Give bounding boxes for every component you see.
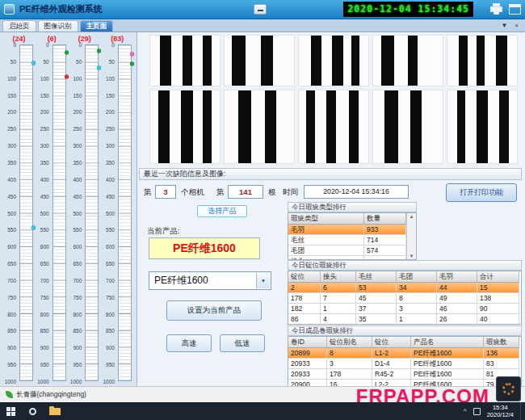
taskbar-clock[interactable]: 15:34 2020/12/4 — [487, 404, 514, 418]
select-product-button[interactable]: 选择产品 — [197, 205, 247, 217]
table-cell: 83 — [484, 359, 519, 369]
minimize-button[interactable] — [254, 4, 267, 15]
column-header: 毛丝 — [356, 271, 397, 283]
table-row[interactable]: 8643512640 — [288, 314, 521, 325]
table-row[interactable]: 2653344415 — [288, 283, 521, 293]
print-button[interactable]: 打开打印功能 — [446, 183, 517, 202]
ruler-scale — [85, 44, 99, 381]
ruler-tick-label: 1000 — [5, 379, 16, 384]
ruler-tick-label: 100 — [40, 75, 49, 81]
table-row[interactable]: 178745849138 — [288, 293, 521, 304]
ruler-tick-label: 500 — [73, 210, 82, 216]
ruler-tick-label: 450 — [106, 193, 115, 199]
column-header: 毛团 — [397, 271, 437, 283]
scroll-up-icon[interactable]: ▲ — [410, 214, 414, 219]
strand-prefix-label: 第 — [216, 187, 225, 198]
ruler-tick-label: 100 — [73, 75, 82, 81]
table-cell: 26 — [437, 314, 477, 325]
table-row[interactable]: 208998L1-2PE纤维1600136 — [288, 348, 521, 359]
time-label: 时间 — [283, 187, 298, 198]
start-button[interactable] — [0, 402, 22, 420]
search-button[interactable] — [22, 402, 44, 420]
strand-no-field[interactable]: 141 — [228, 185, 263, 199]
camera-image — [447, 36, 517, 86]
ruler-tick-label: 50 — [43, 58, 48, 64]
table-cell: 20900 — [288, 380, 327, 386]
camera-image — [299, 90, 368, 163]
camera-no-field[interactable]: 3 — [155, 185, 176, 199]
ruler-4: (83)050100150200250300350400450500550600… — [102, 34, 132, 381]
tab-图像识别[interactable]: 图像识别 — [38, 20, 78, 32]
defect-section-header: 最近一次缺陷信息及图像: — [139, 168, 522, 180]
table-row[interactable]: 20933178R45-2PE纤维160081 — [288, 369, 521, 380]
scrollbar[interactable]: ▲ ▼ — [406, 213, 416, 259]
table-cell: 182 — [288, 304, 321, 314]
ruler-tick-label: 550 — [73, 227, 82, 233]
current-product-value: PE纤维1600 — [149, 237, 260, 259]
tab-主页面[interactable]: 主页面 — [80, 20, 114, 32]
notification-icon[interactable] — [473, 408, 481, 415]
table-row[interactable]: 毛团574 — [288, 246, 416, 256]
ruler-tick-label: 1000 — [103, 379, 114, 384]
ruler-tick-label: 950 — [106, 362, 115, 368]
table-cell: 136 — [484, 348, 519, 359]
tab-启始页[interactable]: 启始页 — [2, 20, 36, 32]
ruler-tick-label: 200 — [7, 109, 16, 115]
ruler-tick-label: 750 — [106, 294, 115, 300]
ruler-tick-label: 400 — [73, 176, 82, 182]
set-current-product-button[interactable]: 设置为当前产品 — [166, 300, 262, 321]
table-cell: 20899 — [288, 348, 327, 359]
tabs: 启始页图像识别主页面 — [0, 19, 115, 32]
no-prefix-label: 第 — [144, 187, 152, 198]
column-header: 合计 — [477, 271, 519, 283]
ruler-tick-label: 0 — [13, 42, 16, 48]
high-speed-button[interactable]: 高速 — [166, 334, 212, 352]
table-cell: 45 — [356, 293, 397, 304]
ruler-tick-label: 700 — [73, 277, 82, 283]
product-combobox[interactable]: PE纤维1600 ▼ — [149, 271, 271, 290]
printer-icon[interactable] — [489, 3, 503, 15]
table-cell: 35 — [356, 314, 397, 325]
low-speed-button[interactable]: 低速 — [220, 334, 265, 352]
defect-marker — [130, 62, 134, 66]
window-icon[interactable] — [509, 4, 521, 15]
windows-logo-icon — [6, 407, 15, 416]
defect-marker — [97, 48, 101, 52]
ruler-tick-label: 850 — [106, 328, 115, 334]
current-product-label: 当前产品: — [147, 226, 180, 237]
table-row[interactable]: 毛丝714 — [288, 235, 416, 246]
ruler-tick-label: 150 — [73, 92, 82, 98]
table-cell: 8 — [397, 293, 437, 304]
close-icon[interactable]: × — [514, 22, 519, 29]
camera-image — [373, 90, 443, 163]
table-cell: 2 — [288, 283, 321, 293]
scroll-down-icon[interactable]: ▼ — [410, 254, 414, 258]
main-panel: 最近一次缺陷信息及图像: 第 3 个相机 第 141 根 时间 2020-12-… — [137, 32, 525, 386]
table-row[interactable]: 18213734690 — [288, 304, 521, 314]
window-sub-controls: ▼ × — [501, 22, 525, 32]
title-bar: PE纤维外观检测系统 2020-12-04 15:34:45 — [0, 0, 525, 19]
table-row[interactable]: 209333D1-4PE纤维160083 — [288, 359, 521, 369]
ruler-tick-label: 950 — [73, 362, 82, 368]
camera-image — [373, 36, 443, 86]
dropdown-icon[interactable]: ▼ — [501, 22, 507, 29]
titlebar-tools — [489, 3, 521, 15]
ruler-tick-label: 400 — [106, 176, 115, 182]
ruler-tick-label: 0 — [111, 42, 115, 48]
table-row[interactable]: 毛羽933 — [288, 225, 416, 235]
ruler-tick-label: 350 — [73, 159, 82, 165]
chevron-down-icon[interactable]: ▼ — [256, 273, 270, 288]
settings-gear-button[interactable] — [496, 376, 521, 401]
ruler-2: (6)0501001502002503003504004505005506006… — [36, 34, 67, 381]
ruler-tick-label: 50 — [10, 58, 16, 64]
file-explorer-button[interactable] — [44, 402, 65, 420]
ruler-tick-label: 900 — [73, 345, 82, 351]
ruler-tick-label: 700 — [40, 277, 49, 283]
ruler-scale — [118, 44, 132, 381]
column-header: 瑕疵数 — [484, 337, 519, 348]
show-desktop-button[interactable] — [520, 402, 523, 420]
tray-chevron-icon[interactable]: ^ — [464, 408, 467, 414]
time-field[interactable]: 2020-12-04 15:34:16 — [304, 185, 409, 199]
ruler-tick-label: 600 — [73, 244, 82, 250]
ruler-scale — [52, 44, 66, 381]
